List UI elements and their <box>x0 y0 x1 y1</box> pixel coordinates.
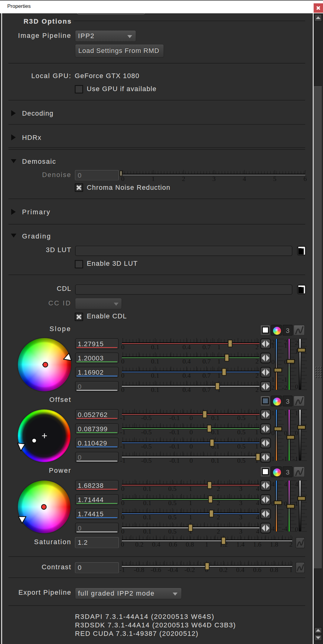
svg-text:-1: -1 <box>270 455 275 462</box>
svg-text:-0.5: -0.5 <box>141 428 152 436</box>
svg-text:0.8: 0.8 <box>186 540 194 548</box>
svg-text:0: 0 <box>271 358 275 366</box>
svg-text:0: 0 <box>121 386 125 393</box>
svg-text:4: 4 <box>284 480 287 488</box>
svg-text:2: 2 <box>256 372 259 379</box>
svg-text:1: 1 <box>217 357 221 365</box>
svg-text:-0.1: -0.1 <box>169 428 180 436</box>
svg-text:1.8: 1.8 <box>270 540 279 548</box>
svg-text:-0.5: -0.5 <box>141 414 152 422</box>
svg-text:2: 2 <box>256 343 259 351</box>
svg-text:-0.6: -0.6 <box>151 566 161 573</box>
svg-text:1.6: 1.6 <box>253 540 262 548</box>
svg-text:1: 1 <box>289 566 293 573</box>
svg-text:-0.5: -0.5 <box>141 442 152 450</box>
svg-text:6: 6 <box>304 175 307 182</box>
svg-text:0.4: 0.4 <box>152 540 161 548</box>
svg-text:0: 0 <box>295 429 298 437</box>
svg-text:1: 1 <box>217 372 221 379</box>
svg-text:0: 0 <box>295 525 298 533</box>
svg-text:0.4: 0.4 <box>182 343 191 351</box>
svg-text:1: 1 <box>271 342 275 349</box>
svg-text:0.6: 0.6 <box>253 566 262 573</box>
svg-text:3: 3 <box>239 499 243 507</box>
svg-text:-4: -4 <box>270 525 275 532</box>
svg-text:2: 2 <box>289 540 293 548</box>
svg-text:3: 3 <box>239 485 243 492</box>
svg-text:0.5: 0.5 <box>237 457 246 464</box>
svg-text:0.1: 0.1 <box>143 499 152 507</box>
svg-text:0.4: 0.4 <box>182 357 191 365</box>
svg-text:1: 1 <box>271 409 275 417</box>
svg-text:2: 2 <box>217 499 220 507</box>
svg-text:0.5: 0.5 <box>237 414 246 422</box>
svg-text:-1: -1 <box>120 442 126 450</box>
svg-text:-1: -1 <box>119 566 125 573</box>
svg-text:0.5: 0.5 <box>168 485 177 492</box>
svg-text:1: 1 <box>255 414 259 422</box>
svg-text:0.4: 0.4 <box>182 372 191 379</box>
svg-text:0.1: 0.1 <box>151 343 159 351</box>
svg-text:0.1: 0.1 <box>151 357 159 365</box>
svg-text:4: 4 <box>256 513 259 521</box>
svg-text:4: 4 <box>256 527 259 535</box>
svg-text:2: 2 <box>295 339 298 347</box>
svg-text:1: 1 <box>284 342 287 349</box>
svg-text:-0.1: -0.1 <box>169 457 180 464</box>
svg-text:0.1: 0.1 <box>211 457 220 464</box>
svg-text:-0.4: -0.4 <box>168 566 178 573</box>
svg-text:1: 1 <box>255 428 259 436</box>
svg-text:0.6: 0.6 <box>169 540 177 548</box>
svg-text:0.7: 0.7 <box>202 372 211 379</box>
svg-text:-0.8: -0.8 <box>134 566 144 573</box>
svg-text:3: 3 <box>239 527 243 535</box>
svg-text:0.1: 0.1 <box>143 513 152 521</box>
svg-text:0: 0 <box>121 485 125 492</box>
svg-text:0: 0 <box>190 442 193 450</box>
svg-text:-0.5: -0.5 <box>141 457 152 464</box>
svg-text:0.1: 0.1 <box>211 428 220 436</box>
svg-text:0: 0 <box>121 527 125 535</box>
svg-text:0: 0 <box>121 513 125 521</box>
svg-text:5: 5 <box>273 175 276 182</box>
svg-text:1: 1 <box>189 499 192 507</box>
svg-text:4: 4 <box>256 499 259 507</box>
svg-text:0.8: 0.8 <box>270 566 278 573</box>
svg-text:-2: -2 <box>270 384 275 391</box>
svg-text:1: 1 <box>189 485 192 492</box>
svg-text:-0.1: -0.1 <box>169 414 180 422</box>
svg-text:4: 4 <box>271 480 275 488</box>
svg-text:0.5: 0.5 <box>237 442 246 450</box>
svg-text:0.1: 0.1 <box>143 527 152 535</box>
svg-text:2: 2 <box>256 357 259 365</box>
svg-text:0: 0 <box>121 343 125 351</box>
svg-text:1: 1 <box>255 442 259 450</box>
svg-text:-0.2: -0.2 <box>184 566 195 573</box>
svg-text:-4: -4 <box>282 525 287 532</box>
svg-text:4: 4 <box>295 480 298 488</box>
svg-text:0.1: 0.1 <box>151 386 159 393</box>
svg-text:1: 1 <box>284 409 287 417</box>
svg-text:-1: -1 <box>270 376 275 383</box>
svg-text:2: 2 <box>217 485 220 492</box>
svg-text:0: 0 <box>121 357 125 365</box>
svg-text:1: 1 <box>295 409 298 417</box>
svg-text:2: 2 <box>256 386 259 393</box>
svg-text:0.5: 0.5 <box>237 428 246 436</box>
svg-text:-0.1: -0.1 <box>169 442 180 450</box>
svg-text:0.1: 0.1 <box>151 372 159 379</box>
svg-text:0: 0 <box>295 383 298 390</box>
svg-text:-2: -2 <box>282 384 287 391</box>
svg-text:2: 2 <box>217 527 220 535</box>
svg-text:2: 2 <box>182 175 185 182</box>
svg-text:1: 1 <box>217 343 221 351</box>
svg-text:1: 1 <box>295 500 298 507</box>
svg-text:-1: -1 <box>120 457 126 464</box>
svg-text:0: 0 <box>121 499 125 507</box>
svg-text:1: 1 <box>152 175 155 182</box>
svg-text:3: 3 <box>239 513 243 521</box>
svg-text:0.2: 0.2 <box>219 566 228 573</box>
svg-text:0.7: 0.7 <box>202 343 211 351</box>
svg-text:3: 3 <box>212 175 216 182</box>
svg-text:0.1: 0.1 <box>143 485 152 492</box>
